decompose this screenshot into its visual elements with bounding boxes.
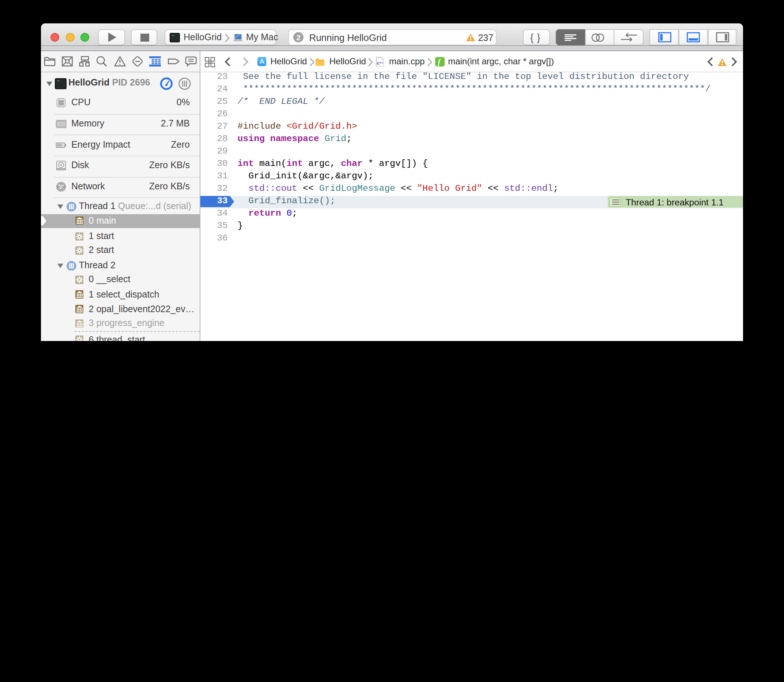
- svg-text:++: ++: [379, 61, 383, 64]
